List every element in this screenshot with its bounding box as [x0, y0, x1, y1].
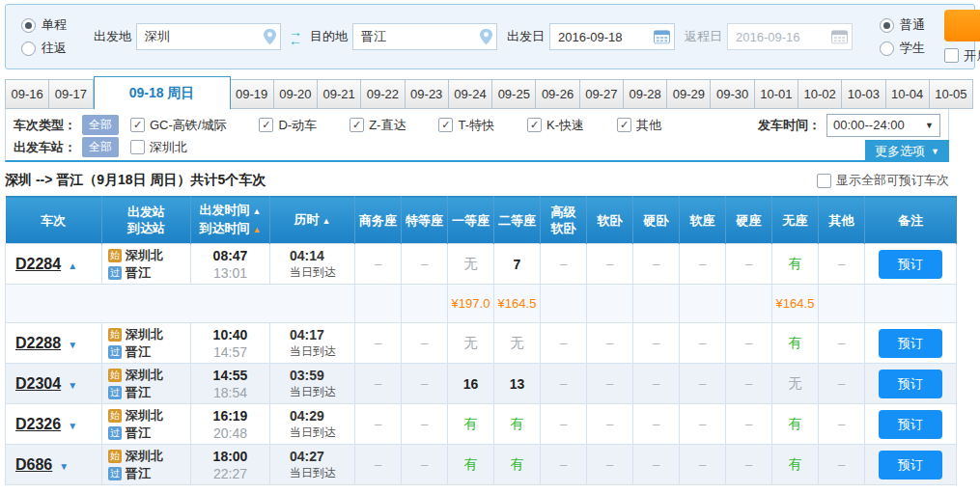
book-button[interactable]: 预订 — [879, 451, 942, 479]
seat-business: – — [355, 404, 402, 445]
show-all-bookable-checkbox[interactable]: 显示全部可预订车次 — [817, 172, 949, 189]
date-tab-09-19[interactable]: 09-19 — [231, 79, 274, 109]
duration: 03:59 — [290, 367, 354, 384]
train-type-checkbox-5[interactable]: ✓其他 — [617, 117, 661, 134]
train-number-link[interactable]: D2284 — [15, 256, 61, 272]
trip-type-option-0-label: 单程 — [42, 16, 67, 34]
count-text: 共计5个车次 — [191, 172, 266, 187]
seat-first-class: 有 — [448, 445, 494, 485]
calendar-icon[interactable] — [654, 30, 670, 44]
date-tab-09-17[interactable]: 09-17 — [49, 79, 93, 109]
depart-time: 08:47 — [191, 247, 269, 264]
date-tab-10-05[interactable]: 10-05 — [930, 79, 973, 109]
expand-toggle-icon[interactable]: ▼ — [68, 340, 77, 350]
passenger-option-1[interactable]: 学生 — [880, 40, 925, 57]
depart-time-group: 发车时间： 00:00--24:00 ▼ — [758, 114, 940, 137]
date-tabs: 09-1609-1709-18 周日09-1909-2009-2109-2209… — [5, 77, 973, 109]
depart-station-label: 出发车站： — [14, 139, 76, 156]
seat-second-class: 7 — [494, 244, 541, 285]
train-type-checkbox-0[interactable]: ✓GC-高铁/城际 — [130, 117, 226, 134]
train-number-link[interactable]: D2326 — [15, 416, 61, 432]
seat-soft-sleeper: – — [587, 364, 633, 404]
show-all-bookable-label: 显示全部可预订车次 — [836, 172, 949, 189]
train-number-link[interactable]: D686 — [15, 456, 52, 473]
train-type-filter-row: 车次类型： 全部 ✓GC-高铁/城际✓D-动车✓Z-直达✓T-特快✓K-快速✓其… — [14, 114, 940, 136]
sort-arrow-icon[interactable]: ▲ — [253, 206, 262, 216]
filter-panel: 车次类型： 全部 ✓GC-高铁/城际✓D-动车✓Z-直达✓T-特快✓K-快速✓其… — [5, 109, 949, 162]
column-header-1: 出发站到达站 — [102, 197, 191, 244]
date-tab-09-26[interactable]: 09-26 — [536, 79, 579, 109]
date-tab-09-18[interactable]: 09-18 周日 — [94, 76, 231, 109]
date-tab-09-30[interactable]: 09-30 — [711, 79, 754, 109]
train-number-link[interactable]: D2288 — [15, 335, 61, 351]
station-all-badge[interactable]: 全部 — [82, 137, 119, 157]
date-tab-09-24[interactable]: 09-24 — [449, 79, 492, 109]
date-tab-09-21[interactable]: 09-21 — [318, 79, 361, 109]
date-tab-09-22[interactable]: 09-22 — [361, 79, 405, 109]
date-tab-09-23[interactable]: 09-23 — [406, 79, 449, 109]
column-header-9: 软卧 — [587, 197, 633, 244]
arrive-day: 当日到达 — [290, 384, 354, 400]
pass-badge: 过 — [108, 467, 122, 480]
seat-other: – — [819, 323, 865, 364]
depart-date-field: 出发日 — [507, 23, 675, 50]
station-checkbox-0[interactable]: 深圳北 — [130, 139, 187, 156]
location-pin-icon — [264, 29, 276, 45]
column-header-5: 特等座 — [402, 197, 448, 244]
train-type-checkbox-3[interactable]: ✓T-特快 — [438, 117, 494, 134]
date-tab-09-27[interactable]: 09-27 — [580, 79, 624, 109]
trip-type-option-1[interactable]: 往返 — [21, 40, 67, 57]
expand-toggle-icon[interactable]: ▼ — [68, 380, 77, 391]
seat-hard-sleeper: – — [633, 244, 680, 285]
more-options-button[interactable]: 更多选项 ▼ — [865, 140, 949, 162]
column-header-10: 硬卧 — [633, 197, 680, 244]
date-tab-10-03[interactable]: 10-03 — [842, 79, 885, 109]
date-tab-09-16[interactable]: 09-16 — [5, 79, 49, 109]
passenger-option-0[interactable]: 普通 — [880, 16, 925, 34]
book-button[interactable]: 预订 — [879, 370, 942, 398]
book-button[interactable]: 预订 — [879, 410, 942, 439]
sort-arrow-icon[interactable]: ▲ — [253, 225, 262, 234]
collapse-toggle-icon[interactable]: ▲ — [68, 260, 77, 271]
date-tab-09-28[interactable]: 09-28 — [624, 79, 667, 109]
query-group: 查询 开启自动查询 — [944, 10, 980, 65]
swap-stations-icon[interactable]: →← — [289, 28, 302, 45]
origin-badge: 始 — [108, 249, 122, 262]
book-button[interactable]: 预订 — [879, 329, 942, 358]
expand-toggle-icon[interactable]: ▼ — [68, 421, 77, 431]
date-tab-09-20[interactable]: 09-20 — [274, 79, 318, 109]
seat-hard-seat: – — [726, 364, 772, 404]
query-button[interactable]: 查询 — [944, 10, 980, 41]
expand-toggle-icon[interactable]: ▼ — [59, 461, 69, 472]
train-type-all-badge[interactable]: 全部 — [82, 115, 119, 135]
from-input[interactable] — [136, 23, 281, 50]
checkbox-icon — [944, 48, 959, 63]
origin-badge: 始 — [108, 450, 122, 463]
train-type-checkbox-4[interactable]: ✓K-快速 — [527, 117, 584, 134]
depart-time-select[interactable]: 00:00--24:00 ▼ — [826, 114, 940, 137]
date-tab-10-02[interactable]: 10-02 — [798, 79, 842, 109]
sort-arrow-icon[interactable]: ▲ — [322, 216, 331, 226]
date-tab-10-04[interactable]: 10-04 — [886, 79, 930, 109]
station-name: 深圳北 — [126, 247, 163, 264]
radio-icon — [880, 41, 894, 56]
station-checkboxes: 深圳北 — [130, 139, 220, 156]
arrive-time: 14:57 — [191, 343, 269, 361]
book-button[interactable]: 预订 — [879, 250, 942, 279]
trip-type-option-0[interactable]: 单程 — [21, 16, 67, 34]
train-type-checkbox-2[interactable]: ✓Z-直达 — [350, 117, 406, 134]
column-header-2[interactable]: 出发时间▲到达时间▲ — [191, 197, 270, 244]
depart-time: 10:40 — [191, 326, 269, 343]
date-tab-09-29[interactable]: 09-29 — [667, 79, 711, 109]
auto-query-checkbox[interactable]: 开启自动查询 — [944, 47, 980, 65]
train-type-checkboxes: ✓GC-高铁/城际✓D-动车✓Z-直达✓T-特快✓K-快速✓其他 — [130, 117, 694, 134]
train-type-checkbox-5-label: 其他 — [636, 117, 661, 134]
checkbox-icon: ✓ — [259, 118, 273, 132]
date-tab-10-01[interactable]: 10-01 — [755, 79, 798, 109]
seat-hard-sleeper: – — [633, 364, 680, 404]
train-number-link[interactable]: D2304 — [15, 375, 61, 392]
train-type-checkbox-1[interactable]: ✓D-动车 — [259, 117, 317, 134]
column-header-3[interactable]: 历时▲ — [270, 197, 355, 244]
to-input[interactable] — [352, 23, 497, 50]
date-tab-09-25[interactable]: 09-25 — [492, 79, 536, 109]
